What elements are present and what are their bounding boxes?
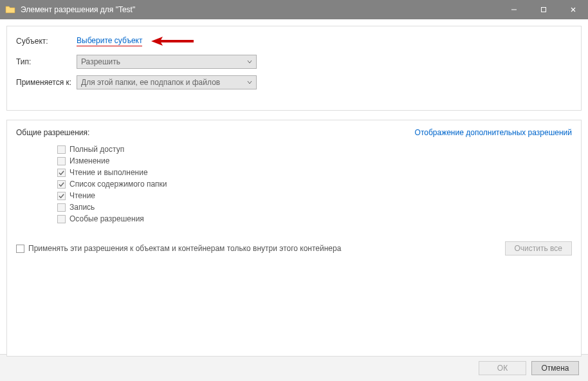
subject-group: Субъект: Выберите субъект Тип: Разрешить…	[6, 26, 582, 111]
chevron-down-icon	[247, 57, 252, 66]
checkbox-icon	[57, 157, 66, 165]
annotation-arrow-icon	[150, 35, 195, 47]
chevron-down-icon	[247, 78, 252, 87]
perm-label: Запись	[69, 203, 95, 212]
content-area: Субъект: Выберите субъект Тип: Разрешить…	[0, 19, 588, 354]
apply-only-label: Применять эти разрешения к объектам и ко…	[28, 244, 341, 253]
checkbox-icon	[57, 145, 66, 154]
permissions-list: Полный доступ Изменение Чтение и выполне…	[57, 145, 572, 223]
subject-row: Субъект: Выберите субъект	[16, 34, 572, 48]
perm-list-folder[interactable]: Список содержимого папки	[57, 180, 572, 189]
perm-label: Изменение	[69, 156, 109, 165]
type-row: Тип: Разрешить	[16, 55, 572, 69]
perm-label: Список содержимого папки	[69, 180, 167, 189]
perm-full-control[interactable]: Полный доступ	[57, 145, 572, 154]
checkbox-icon	[57, 180, 66, 189]
perm-special[interactable]: Особые разрешения	[57, 214, 572, 223]
checkbox-icon	[57, 215, 66, 223]
permissions-header: Общие разрешения: Отображение дополнител…	[16, 128, 572, 137]
minimize-button[interactable]	[499, 0, 529, 19]
type-select-value: Разрешить	[81, 57, 120, 66]
perm-read[interactable]: Чтение	[57, 191, 572, 200]
subject-label: Субъект:	[16, 37, 77, 46]
perm-label: Полный доступ	[69, 145, 124, 154]
perm-label: Чтение	[69, 191, 95, 200]
checkbox-icon	[57, 192, 66, 200]
svg-rect-0	[542, 8, 546, 12]
checkbox-icon	[16, 245, 24, 253]
apply-only-row: Применять эти разрешения к объектам и ко…	[16, 241, 572, 256]
applies-select-value: Для этой папки, ее подпапок и файлов	[81, 78, 220, 87]
perm-label: Особые разрешения	[69, 214, 144, 223]
applies-select[interactable]: Для этой папки, ее подпапок и файлов	[77, 75, 257, 89]
checkbox-icon	[57, 169, 66, 177]
perm-write[interactable]: Запись	[57, 203, 572, 212]
applies-label: Применяется к:	[16, 78, 77, 87]
footer: ОК Отмена	[0, 354, 588, 381]
cancel-button[interactable]: Отмена	[531, 361, 579, 375]
perm-read-execute[interactable]: Чтение и выполнение	[57, 168, 572, 177]
permissions-group: Общие разрешения: Отображение дополнител…	[6, 120, 582, 357]
ok-button[interactable]: ОК	[479, 361, 526, 375]
close-button[interactable]	[558, 0, 588, 19]
perm-modify[interactable]: Изменение	[57, 156, 572, 165]
checkbox-icon	[57, 203, 66, 212]
advanced-permissions-link[interactable]: Отображение дополнительных разрешений	[415, 128, 572, 137]
window-title: Элемент разрешения для "Test"	[21, 5, 135, 14]
window-controls	[499, 0, 588, 19]
folder-icon	[5, 5, 15, 15]
type-select[interactable]: Разрешить	[77, 55, 257, 69]
permissions-title: Общие разрешения:	[16, 128, 89, 137]
clear-all-button[interactable]: Очистить все	[505, 241, 572, 256]
maximize-button[interactable]	[529, 0, 558, 19]
applies-row: Применяется к: Для этой папки, ее подпап…	[16, 75, 572, 89]
titlebar: Элемент разрешения для "Test"	[0, 0, 588, 19]
type-label: Тип:	[16, 57, 77, 66]
select-subject-link[interactable]: Выберите субъект	[77, 36, 142, 46]
apply-only-checkbox[interactable]: Применять эти разрешения к объектам и ко…	[16, 244, 341, 253]
perm-label: Чтение и выполнение	[69, 168, 148, 177]
